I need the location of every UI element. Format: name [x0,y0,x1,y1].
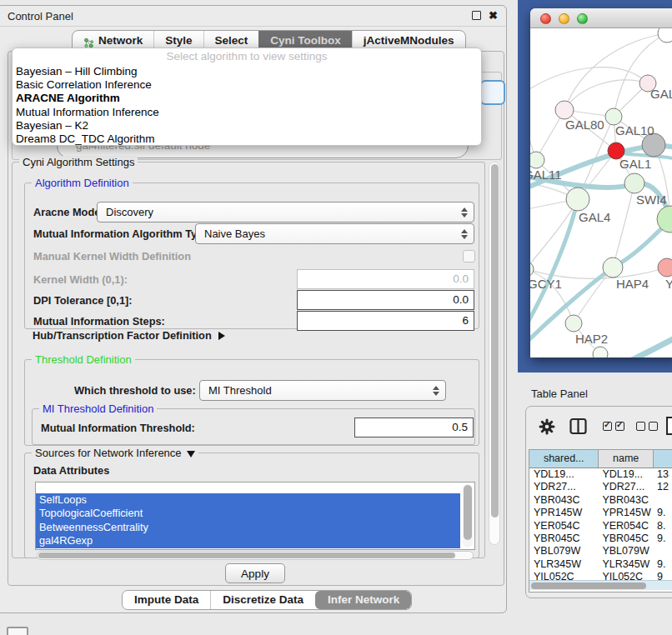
network-edge[interactable] [530,199,578,330]
attribute-list-scrollbar[interactable] [463,484,473,548]
aracne-mode-combo[interactable]: Discovery [97,202,474,222]
node-label-hap4: HAP4 [616,277,649,291]
table-cell [654,494,672,507]
bottom-tab-label: Discretize Data [223,593,303,606]
network-node-gcy1[interactable] [530,262,534,277]
column-header-shared[interactable]: shared... [529,450,599,468]
table-cell: YDR27... [529,481,599,493]
table-hscrollbar[interactable] [529,580,672,590]
table-row[interactable]: YER054CYER054C8. [529,520,672,532]
algorithm-option-basic-correlation-inference[interactable]: Basic Correlation Inference [13,78,481,92]
bottom-tab-discretize-data[interactable]: Discretize Data [210,591,315,609]
columns-icon[interactable] [569,418,587,438]
table-cell: YER054C [529,520,599,532]
algorithm-option-mutual-information-inference[interactable]: Mutual Information Inference [13,106,481,119]
network-node-hap2[interactable] [565,315,582,332]
attribute-item-gal4rgexp[interactable]: gal4RGexp [36,534,460,548]
minimize-traffic-light[interactable] [559,13,569,24]
apply-button[interactable]: Apply [225,563,285,583]
table-row[interactable]: YBL079WYBL079W [529,545,672,558]
document-icon[interactable] [665,416,672,439]
data-attributes-list[interactable]: SelfLoopsTopologicalCoefficientBetweenne… [35,482,475,550]
settings-scrollbar[interactable] [489,162,500,545]
table-cell: YDR27... [599,481,654,493]
network-node[interactable] [658,28,672,42]
table-header: shared...name [529,450,672,468]
table-panel-title: Table Panel [531,388,588,400]
bottom-tab-infer-network[interactable]: Infer Network [315,591,411,609]
scrollbar-thumb[interactable] [38,552,455,558]
checked-checkbox[interactable] [615,422,624,431]
zoom-traffic-light[interactable] [577,13,588,24]
table-cell: YPR145W [529,507,599,519]
table-cell: YBR045C [599,532,654,545]
network-window-titlebar[interactable] [530,8,672,28]
algorithm-option-aracne-algorithm[interactable]: ARACNE Algorithm [13,92,481,105]
threshold-definition-group: Threshold Definition Which threshold to … [24,359,479,446]
gear-icon[interactable] [539,418,555,438]
background-spinner-fragment [480,80,505,105]
network-node-gal4[interactable] [566,188,589,211]
attribute-item-betweennesscentrality[interactable]: BetweennessCentrality [36,521,460,534]
algorithm-option-bayesian-hill-climbing[interactable]: Bayesian – Hill Climbing [13,65,481,78]
kernel-width-field[interactable]: 0.0 [297,269,474,289]
unchecked-checkbox[interactable] [649,422,658,431]
node-table: shared...name YDL19...YDL19...13YDR27...… [529,449,672,592]
table-row[interactable]: YBR043CYBR043C [529,494,672,507]
table-cell: 9. [654,532,672,545]
network-node-hap4[interactable] [603,258,623,278]
expand-right-icon [218,332,225,340]
column-header-2[interactable] [654,450,672,468]
algorithm-option-dream8-dc-tdc-algorithm[interactable]: Dream8 DC_TDC Algorithm [13,132,481,146]
dpi-tolerance-field[interactable]: 0.0 [297,290,474,310]
table-row[interactable]: YBR045CYBR045C9. [529,532,672,545]
table-row[interactable]: YPR145WYPR145W9. [529,507,672,519]
aracne-mode-label: Aracne Mode: [33,202,104,222]
network-node-gal11[interactable] [530,152,544,168]
data-attributes-label: Data Attributes [33,460,109,481]
network-node-gal10[interactable] [605,108,622,125]
manual-kernel-checkbox[interactable] [463,250,475,262]
attribute-item-topologicalcoefficient[interactable]: TopologicalCoefficient [36,507,460,520]
algorithm-option-bayesian-k2[interactable]: Bayesian – K2 [13,119,481,132]
bottom-tab-impute-data[interactable]: Impute Data [123,591,210,609]
algorithm-dropdown-placeholder: Select algorithm to view settings [13,48,481,65]
checked-checkbox[interactable] [603,422,612,431]
scrollbar-thumb[interactable] [531,582,646,589]
table-cell: YBR045C [529,532,599,545]
close-traffic-light[interactable] [540,13,551,24]
scrollbar-thumb[interactable] [464,485,472,540]
hub-definition-toggle[interactable]: Hub/Transcription Factor Definition [33,329,225,342]
network-edge[interactable] [627,333,672,358]
bottom-tab-label: Impute Data [134,593,198,606]
network-node-gal80[interactable] [555,101,574,119]
network-window: GALGAL80GAL10GAL1GAL11SWI4GAL4GCY1HAP4YH… [530,8,672,358]
network-canvas[interactable]: GALGAL80GAL10GAL1GAL11SWI4GAL4GCY1HAP4YH… [530,28,672,358]
attribute-list-hscrollbar[interactable] [37,551,474,560]
unchecked-checkbox[interactable] [636,422,645,431]
mi-steps-field[interactable]: 6 [297,311,474,331]
attribute-item-selfloops[interactable]: SelfLoops [36,493,460,507]
table-cell: YBR043C [599,494,654,507]
scrollbar-thumb[interactable] [491,164,499,518]
panel-title: Control Panel [8,10,73,22]
mi-threshold-field[interactable]: 0.5 [354,418,474,438]
float-icon[interactable] [472,11,481,20]
bottom-left-panel-icon[interactable] [7,627,28,635]
table-row[interactable]: YLR345WYLR345W9. [529,558,672,571]
network-node-y[interactable] [658,258,672,277]
network-node-swi4[interactable] [624,173,644,193]
collapse-down-icon [187,451,195,458]
algorithm-definition-group: Algorithm Definition Aracne Mode: Discov… [24,182,479,329]
column-header-name[interactable]: name [599,450,654,468]
network-node[interactable] [593,347,608,358]
network-edge[interactable] [614,33,667,117]
table-row[interactable]: YDR27...YDR27...12 [529,481,672,493]
table-cell: YPR145W [599,507,654,519]
which-threshold-combo[interactable]: MI Threshold [199,380,446,401]
network-edge[interactable] [530,199,578,269]
table-row[interactable]: YDL19...YDL19...13 [529,468,672,481]
mi-algorithm-type-combo[interactable]: Naive Bayes [195,223,474,244]
settings-group-title: Cyni Algorithm Settings [19,156,138,168]
close-icon[interactable]: ✖ [489,10,498,21]
